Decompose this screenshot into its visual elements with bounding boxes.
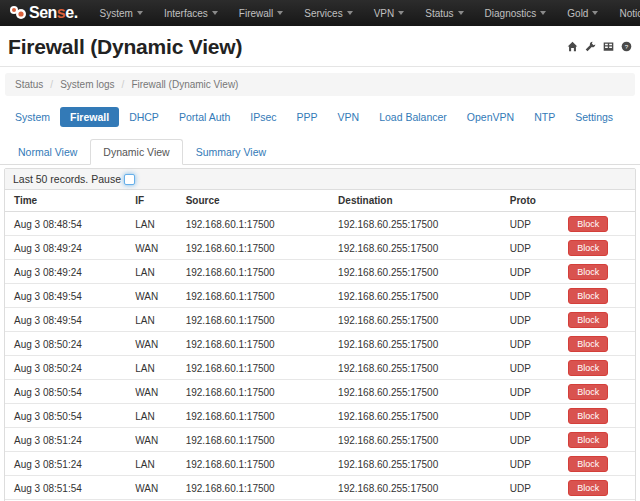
- cell-interface: WAN: [131, 284, 181, 308]
- tab-vpn[interactable]: VPN: [328, 107, 370, 127]
- tab-normal-view[interactable]: Normal View: [5, 139, 90, 165]
- cell-interface: WAN: [131, 428, 181, 452]
- nav-item-label: Firewall: [239, 8, 273, 19]
- tab-ipsec[interactable]: IPsec: [240, 107, 286, 127]
- cell-interface: WAN: [131, 236, 181, 260]
- cell-interface: LAN: [131, 404, 181, 428]
- cell-time: Aug 3 08:50:54: [5, 380, 131, 404]
- nav-item-label: Services: [304, 8, 342, 19]
- nav-item-status[interactable]: Status: [425, 8, 463, 19]
- cell-time: Aug 3 08:48:54: [5, 212, 131, 236]
- caret-down-icon: [137, 11, 143, 15]
- table-row: Aug 3 08:50:24 WAN 192.168.60.1:17500 19…: [5, 332, 635, 356]
- cell-source: 192.168.60.1:17500: [182, 236, 334, 260]
- block-button[interactable]: Block: [568, 456, 608, 472]
- cell-interface: LAN: [131, 356, 181, 380]
- cell-source: 192.168.60.1:17500: [182, 308, 334, 332]
- breadcrumb: Status System logs Firewall (Dynamic Vie…: [5, 73, 635, 96]
- cell-time: Aug 3 08:50:24: [5, 332, 131, 356]
- cell-source: 192.168.60.1:17500: [182, 452, 334, 476]
- table-row: Aug 3 08:51:24 WAN 192.168.60.1:17500 19…: [5, 428, 635, 452]
- cell-interface: WAN: [131, 476, 181, 500]
- block-button[interactable]: Block: [568, 408, 608, 424]
- cell-proto: UDP: [506, 356, 565, 380]
- help-icon[interactable]: ?: [621, 41, 632, 52]
- nav-item-vpn[interactable]: VPN: [374, 8, 405, 19]
- block-button[interactable]: Block: [568, 336, 608, 352]
- cell-destination: 192.168.60.255:17500: [334, 284, 506, 308]
- cell-source: 192.168.60.1:17500: [182, 380, 334, 404]
- cell-proto: UDP: [506, 284, 565, 308]
- cell-destination: 192.168.60.255:17500: [334, 212, 506, 236]
- cell-interface: LAN: [131, 452, 181, 476]
- column-header-proto: Proto: [506, 190, 565, 212]
- table-row: Aug 3 08:50:54 LAN 192.168.60.1:17500 19…: [5, 404, 635, 428]
- block-button[interactable]: Block: [568, 384, 608, 400]
- table-row: Aug 3 08:51:54 WAN 192.168.60.1:17500 19…: [5, 476, 635, 500]
- tab-openvpn[interactable]: OpenVPN: [457, 107, 524, 127]
- nav-item-notices[interactable]: Notices2: [619, 7, 640, 19]
- cell-time: Aug 3 08:49:24: [5, 260, 131, 284]
- cell-source: 192.168.60.1:17500: [182, 476, 334, 500]
- breadcrumb-item[interactable]: System logs: [43, 79, 114, 90]
- breadcrumb-item: Firewall (Dynamic View): [115, 79, 239, 90]
- pause-checkbox[interactable]: [124, 174, 135, 185]
- firewall-log-panel: Last 50 records. Pause Time IF Source De…: [4, 168, 636, 501]
- tab-ntp[interactable]: NTP: [524, 107, 565, 127]
- tab-summary-view[interactable]: Summary View: [183, 139, 279, 165]
- home-icon[interactable]: [567, 41, 578, 52]
- block-button[interactable]: Block: [568, 360, 608, 376]
- cell-destination: 192.168.60.255:17500: [334, 260, 506, 284]
- caret-down-icon: [212, 11, 218, 15]
- log-panel-header: Last 50 records. Pause: [5, 169, 635, 190]
- cell-proto: UDP: [506, 380, 565, 404]
- cell-destination: 192.168.60.255:17500: [334, 236, 506, 260]
- wrench-icon[interactable]: [585, 41, 596, 52]
- tab-portal-auth[interactable]: Portal Auth: [169, 107, 240, 127]
- page-header: Firewall (Dynamic View) ?: [0, 26, 640, 59]
- tab-load-balancer[interactable]: Load Balancer: [369, 107, 457, 127]
- nav-item-services[interactable]: Services: [304, 8, 352, 19]
- block-button[interactable]: Block: [568, 312, 608, 328]
- pfsense-logo[interactable]: Sense.: [8, 4, 78, 22]
- caret-down-icon: [277, 11, 283, 15]
- table-row: Aug 3 08:48:54 LAN 192.168.60.1:17500 19…: [5, 212, 635, 236]
- tab-settings[interactable]: Settings: [565, 107, 623, 127]
- table-row: Aug 3 08:49:54 WAN 192.168.60.1:17500 19…: [5, 284, 635, 308]
- nav-item-firewall[interactable]: Firewall: [239, 8, 283, 19]
- column-header-if: IF: [131, 190, 181, 212]
- cell-time: Aug 3 08:49:54: [5, 284, 131, 308]
- nav-item-interfaces[interactable]: Interfaces: [164, 8, 218, 19]
- cell-destination: 192.168.60.255:17500: [334, 356, 506, 380]
- tab-dhcp[interactable]: DHCP: [119, 107, 169, 127]
- tab-ppp[interactable]: PPP: [287, 107, 328, 127]
- column-header-destination: Destination: [334, 190, 506, 212]
- block-button[interactable]: Block: [568, 288, 608, 304]
- cell-time: Aug 3 08:49:54: [5, 308, 131, 332]
- cell-time: Aug 3 08:51:24: [5, 452, 131, 476]
- tab-firewall[interactable]: Firewall: [60, 107, 119, 127]
- cell-destination: 192.168.60.255:17500: [334, 404, 506, 428]
- block-button[interactable]: Block: [568, 264, 608, 280]
- column-header-source: Source: [182, 190, 334, 212]
- block-button[interactable]: Block: [568, 240, 608, 256]
- block-button[interactable]: Block: [568, 216, 608, 232]
- block-button[interactable]: Block: [568, 432, 608, 448]
- tab-system[interactable]: System: [5, 107, 60, 127]
- tab-dynamic-view[interactable]: Dynamic View: [90, 139, 182, 165]
- block-button[interactable]: Block: [568, 480, 608, 496]
- cell-source: 192.168.60.1:17500: [182, 284, 334, 308]
- cell-proto: UDP: [506, 236, 565, 260]
- nav-item-diagnostics[interactable]: Diagnostics: [485, 8, 547, 19]
- nav-item-gold[interactable]: Gold: [567, 8, 598, 19]
- nav-item-system[interactable]: System: [100, 8, 143, 19]
- breadcrumb-item[interactable]: Status: [15, 79, 43, 90]
- cell-interface: LAN: [131, 308, 181, 332]
- firewall-log-table: Time IF Source Destination Proto Aug 3 0…: [5, 190, 635, 501]
- table-icon[interactable]: [603, 41, 614, 52]
- cell-proto: UDP: [506, 260, 565, 284]
- log-section-tabs: System Firewall DHCP Portal Auth IPsec P…: [5, 107, 635, 127]
- cell-proto: UDP: [506, 332, 565, 356]
- cell-destination: 192.168.60.255:17500: [334, 332, 506, 356]
- header-divider: [0, 66, 640, 67]
